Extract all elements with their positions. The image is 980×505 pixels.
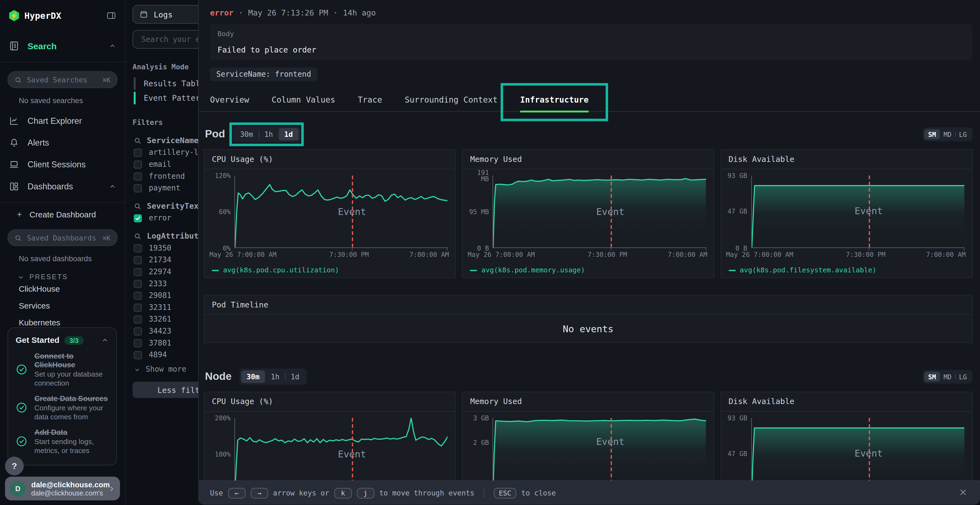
pod-range-30m[interactable]: 30m [234, 128, 259, 141]
x-axis-label: May 26 7:00:00 AM [468, 251, 535, 258]
plot-region[interactable]: Event [751, 418, 964, 490]
filter-value-label: frontend [149, 172, 185, 180]
get-started-item[interactable]: Create Data SourcesConfigure where your … [16, 394, 109, 421]
sidebar-item-alerts[interactable]: Alerts [0, 132, 125, 154]
filter-value-label: 19350 [149, 243, 171, 252]
get-started-item-subtitle: Configure where your data comes from [34, 403, 109, 421]
pod-range-1h[interactable]: 1h [259, 128, 278, 141]
arrow-right-key[interactable]: → [250, 488, 268, 498]
help-button[interactable]: ? [5, 457, 24, 475]
legend-label: avg(k8s.pod.filesystem.available) [740, 266, 877, 274]
checkbox-payment[interactable] [134, 184, 142, 192]
pod-size-sm[interactable]: SM [924, 129, 940, 139]
checkbox-error[interactable] [134, 214, 142, 222]
plot-region[interactable]: Event [234, 176, 448, 248]
checkbox-29081[interactable] [134, 291, 142, 300]
checkbox-33261[interactable] [134, 315, 142, 323]
filter-value-label: 21734 [149, 256, 171, 264]
sidebar-item-client-sessions[interactable]: Client Sessions [0, 154, 125, 176]
j-key[interactable]: j [357, 488, 374, 498]
plot-region[interactable]: Event [234, 418, 448, 490]
close-panel-icon[interactable] [959, 488, 967, 497]
chevron-up-icon[interactable] [109, 183, 116, 191]
checkbox-4894[interactable] [134, 351, 142, 359]
x-axis-label: 7:30:00 PM [329, 251, 369, 258]
saved-searches-input[interactable]: Saved Searches ⌘K [8, 71, 118, 88]
checkbox-37801[interactable] [134, 339, 142, 347]
pod-size-md[interactable]: MD [940, 129, 955, 139]
pod-size-lg[interactable]: LG [955, 129, 971, 139]
node-range-1d[interactable]: 1d [285, 370, 305, 383]
checkbox-34423[interactable] [134, 327, 142, 335]
event-timestamp: May 26 7:13:26 PM [248, 8, 328, 17]
sidebar-item-chart-explorer[interactable]: Chart Explorer [0, 110, 125, 132]
tab-trace[interactable]: Trace [358, 91, 382, 111]
sidebar-item-dashboards[interactable]: Dashboards [0, 176, 125, 197]
checkbox-22974[interactable] [134, 268, 142, 276]
tab-overview[interactable]: Overview [210, 91, 249, 111]
node-range-30m[interactable]: 30m [241, 370, 265, 383]
x-axis-label: 7:00:00 AM [668, 251, 707, 258]
x-axis-labels: May 26 7:00:00 AM7:30:00 PM7:00:00 AM [209, 251, 449, 259]
tab-column-values[interactable]: Column Values [272, 91, 336, 111]
sidebar-collapse-icon[interactable] [106, 11, 116, 21]
get-started-item-subtitle: Start sending logs, metrics, or traces [34, 437, 109, 455]
tab-infrastructure[interactable]: Infrastructure [520, 91, 589, 111]
y-axis-label: 200% [208, 414, 231, 421]
filter-value-label: 29081 [149, 291, 171, 300]
esc-key[interactable]: ESC [494, 488, 516, 498]
body-text: Failed to place order [218, 45, 965, 54]
chart-card-pod-memory-used: Memory Used191 MB95 MB0 BEventMay 26 7:0… [462, 149, 714, 278]
sidebar-item-services[interactable]: Services [0, 297, 125, 314]
sidebar-item-search[interactable]: Search [0, 35, 125, 57]
node-size-md[interactable]: MD [940, 372, 955, 382]
dot-separator: · [333, 8, 338, 17]
k-key[interactable]: k [334, 488, 352, 498]
create-dashboard-label: Create Dashboard [29, 210, 96, 219]
user-menu[interactable]: D dale@clickhouse.com dale@clickhouse.co… [5, 477, 120, 500]
chart-title: CPU Usage (%) [204, 392, 455, 412]
checkbox-19350[interactable] [134, 244, 142, 252]
y-axis-labels: 93 GB47 GB0 B [725, 176, 750, 248]
get-started-item[interactable]: Add DataStart sending logs, metrics, or … [16, 428, 109, 455]
y-axis-label: 93 GB [725, 414, 747, 421]
pod-chart-size-control: SMMDLG [923, 127, 973, 141]
node-size-lg[interactable]: LG [955, 372, 971, 382]
chevron-up-icon[interactable] [109, 42, 116, 50]
x-axis-label: 7:30:00 PM [846, 251, 886, 258]
checkbox-email[interactable] [134, 160, 142, 168]
plot-region[interactable]: Event [751, 176, 964, 248]
pod-range-1d[interactable]: 1d [278, 128, 298, 141]
checkbox-artillery-load[interactable] [134, 148, 142, 156]
create-dashboard-button[interactable]: + Create Dashboard [0, 203, 125, 221]
get-started-item[interactable]: Connect to ClickHouseSet up your databas… [16, 352, 109, 387]
sidebar-item-clickhouse[interactable]: ClickHouse [0, 281, 125, 297]
y-axis-labels: 200%100% [208, 418, 233, 490]
node-range-1h[interactable]: 1h [265, 370, 285, 383]
presets-toggle[interactable]: PRESETS [18, 273, 116, 281]
saved-dashboards-input[interactable]: Saved Dashboards ⌘K [8, 229, 118, 246]
get-started-item-text: Create Data SourcesConfigure where your … [34, 394, 109, 421]
filter-group-name: ServiceName [147, 135, 199, 145]
checkbox-frontend[interactable] [134, 172, 142, 180]
filter-value-label: 22974 [149, 267, 171, 276]
checkbox-32311[interactable] [134, 303, 142, 311]
show-more-label: Show more [146, 365, 186, 373]
legend-label: avg(k8s.pod.cpu.utilization) [223, 266, 339, 274]
y-axis-label: 47 GB [725, 451, 747, 457]
plus-icon: + [17, 209, 22, 219]
plot-region[interactable]: Event [493, 176, 706, 248]
chevron-up-icon[interactable] [101, 336, 109, 344]
logs-source-icon [139, 10, 148, 19]
arrow-left-key[interactable]: ← [228, 488, 245, 498]
tab-surrounding-context[interactable]: Surrounding Context [405, 91, 498, 111]
series-line [493, 418, 706, 490]
node-size-sm[interactable]: SM [924, 372, 940, 382]
search-icon [134, 202, 141, 210]
checkbox-2333[interactable] [134, 279, 142, 287]
checkbox-21734[interactable] [134, 256, 142, 264]
service-name-chip[interactable]: ServiceName: frontend [210, 67, 317, 81]
x-axis-labels: May 26 7:00:00 AM7:30:00 PM7:00:00 AM [726, 251, 966, 259]
line-chart-icon [9, 116, 19, 126]
plot-region[interactable]: Event [493, 418, 706, 490]
